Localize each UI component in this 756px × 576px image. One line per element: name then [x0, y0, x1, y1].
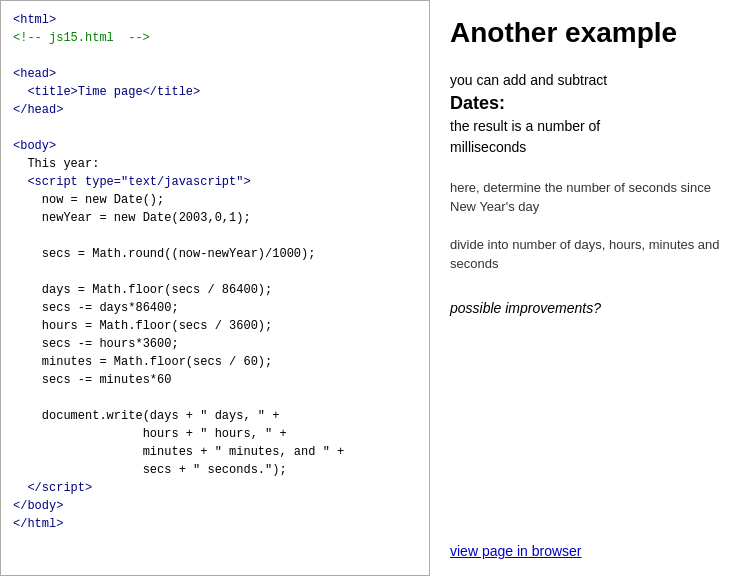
- code-line-body-close: </body>: [13, 499, 63, 513]
- code-line-body-open: <body>: [13, 139, 56, 153]
- page-title: Another example: [450, 16, 736, 50]
- right-panel: Another example you can add and subtract…: [430, 0, 756, 576]
- code-line-newyear: newYear = new Date(2003,0,1);: [42, 211, 251, 225]
- code-line-days: days = Math.floor(secs / 86400);: [42, 283, 272, 297]
- code-line-write1: document.write(days + " days, " +: [42, 409, 280, 423]
- desc-line3: milliseconds: [450, 139, 526, 155]
- code-line-html-open: <html>: [13, 13, 56, 27]
- code-line-secs: secs = Math.round((now-newYear)/1000);: [42, 247, 316, 261]
- code-line-secs-hours: secs -= hours*3600;: [42, 337, 179, 351]
- code-line-comment: <!-- js15.html -->: [13, 31, 150, 45]
- italic-section: possible improvements?: [450, 300, 736, 316]
- code-line-thisyear: This year:: [27, 157, 99, 171]
- code-line-secs-days: secs -= days*86400;: [42, 301, 179, 315]
- section1-text: here, determine the number of seconds si…: [450, 180, 711, 215]
- desc-line2: the result is a number of: [450, 118, 600, 134]
- code-content: <html> <!-- js15.html --> <head> <title>…: [13, 11, 417, 533]
- code-line-now: now = new Date();: [42, 193, 164, 207]
- code-line-write4: secs + " seconds.");: [143, 463, 287, 477]
- description-block: you can add and subtract Dates: the resu…: [450, 70, 736, 158]
- code-line-write3: minutes + " minutes, and " +: [143, 445, 345, 459]
- code-line-title: <title>Time page</title>: [27, 85, 200, 99]
- code-line-minutes: minutes = Math.floor(secs / 60);: [42, 355, 272, 369]
- code-line-head-close: </head>: [13, 103, 63, 117]
- section2-block: divide into number of days, hours, minut…: [450, 235, 736, 274]
- section1-block: here, determine the number of seconds si…: [450, 178, 736, 217]
- code-line-script-open: <script type="text/javascript">: [27, 175, 250, 189]
- code-line-html-close: </html>: [13, 517, 63, 531]
- desc-bold: Dates:: [450, 93, 505, 113]
- section2-text: divide into number of days, hours, minut…: [450, 237, 720, 272]
- code-line-write2: hours + " hours, " +: [143, 427, 287, 441]
- code-panel: <html> <!-- js15.html --> <head> <title>…: [0, 0, 430, 576]
- code-line-hours: hours = Math.floor(secs / 3600);: [42, 319, 272, 333]
- code-line-secs-minutes: secs -= minutes*60: [42, 373, 172, 387]
- code-line-head-open: <head>: [13, 67, 56, 81]
- code-line-script-close: </script>: [27, 481, 92, 495]
- view-in-browser-link[interactable]: view page in browser: [450, 543, 582, 559]
- desc-line1: you can add and subtract: [450, 72, 607, 88]
